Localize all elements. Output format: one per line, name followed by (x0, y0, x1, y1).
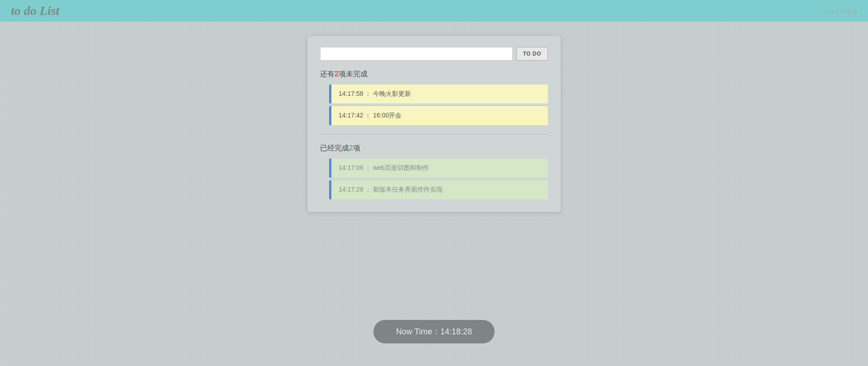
task-separator: ： (365, 90, 371, 97)
task-item-body: 14:17:09 ： web页面切图和制作 (331, 159, 548, 178)
section-divider (320, 134, 548, 135)
header-bar: to do List -- by Chatting (0, 0, 868, 22)
todo-button[interactable]: TO DO (516, 47, 548, 61)
pending-task-item: 14:17:42 ： 16:00开会 (329, 106, 548, 125)
completed-task-item: 14:17:09 ： web页面切图和制作 (329, 159, 548, 178)
completed-count: 2 (349, 144, 353, 152)
completed-prefix: 已经完成 (320, 144, 349, 152)
task-item-body: 14:17:42 ： 16:00开会 (331, 106, 548, 125)
clock-display: Now Time：14:18:28 (373, 320, 495, 343)
clock-time: 14:18:28 (440, 327, 472, 336)
completed-section-title: 已经完成2项 (320, 144, 548, 153)
author-text: -- by Chatting (822, 8, 857, 14)
task-item-body: 14:17:58 ： 今晚火影更新 (331, 84, 548, 103)
task-separator: ： (365, 164, 371, 171)
task-separator: ： (365, 112, 371, 119)
completed-suffix: 项 (353, 144, 360, 152)
task-item-body: 14:17:29 ： 新版本任务界面控件实现 (331, 180, 548, 199)
pending-prefix: 还有 (320, 70, 335, 78)
task-time: 14:17:58 (339, 90, 363, 97)
completed-task-item: 14:17:29 ： 新版本任务界面控件实现 (329, 180, 548, 199)
pending-count: 2 (335, 70, 339, 78)
task-text: web页面切图和制作 (373, 164, 429, 171)
task-input[interactable] (320, 47, 513, 61)
task-time: 14:17:09 (339, 164, 363, 171)
input-row: TO DO (320, 47, 548, 61)
pending-task-item: 14:17:58 ： 今晚火影更新 (329, 84, 548, 103)
pending-task-list: 14:17:58 ： 今晚火影更新 14:17:42 ： 16:00开会 (329, 84, 548, 125)
task-text: 今晚火影更新 (373, 90, 411, 97)
main-card: TO DO 还有2项未完成 14:17:58 ： 今晚火影更新 14:17:42… (307, 36, 561, 212)
pending-suffix: 项未完成 (339, 70, 368, 78)
task-separator: ： (365, 186, 371, 193)
task-time: 14:17:42 (339, 112, 363, 119)
pending-section-title: 还有2项未完成 (320, 70, 548, 79)
task-text: 16:00开会 (373, 112, 401, 119)
completed-task-list: 14:17:09 ： web页面切图和制作 14:17:29 ： 新版本任务界面… (329, 159, 548, 199)
clock-prefix: Now Time： (396, 327, 440, 336)
task-time: 14:17:29 (339, 186, 363, 193)
task-text: 新版本任务界面控件实现 (373, 186, 443, 193)
app-title: to do List (11, 4, 59, 18)
